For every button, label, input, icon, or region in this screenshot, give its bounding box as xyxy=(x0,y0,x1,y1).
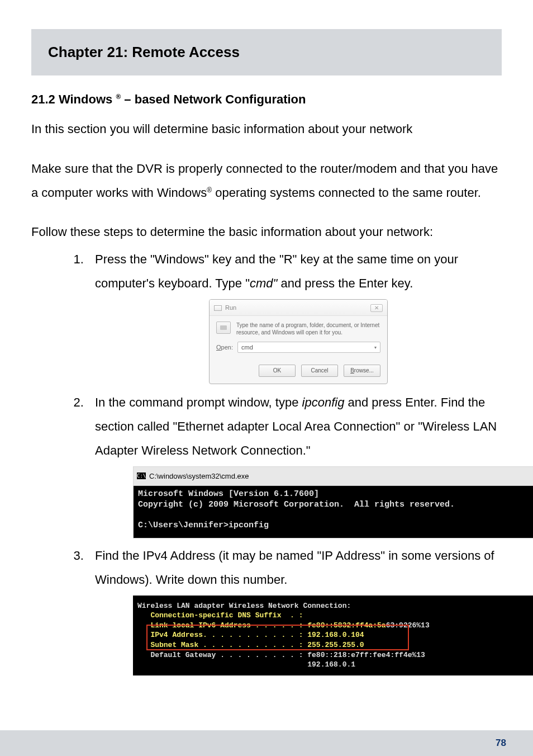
run-dialog-description: Type the name of a program, folder, docu… xyxy=(236,322,380,336)
cmd-title-icon: C:\ xyxy=(137,472,146,479)
run-open-label: Open: xyxy=(216,342,233,353)
browse-rest: rowse... xyxy=(354,365,374,376)
close-button[interactable]: ✕ xyxy=(370,304,383,312)
browse-button[interactable]: Browse... xyxy=(344,365,380,377)
step-3: Find the IPv4 Address (it may be named "… xyxy=(87,544,502,675)
chapter-header: Chapter 21: Remote Access xyxy=(31,29,502,75)
run-dialog-open-row: Open: cmd ▾ xyxy=(216,342,380,353)
cmd-window-figure-1: C:\ C:\windows\system32\cmd.exe Microsof… xyxy=(133,466,533,538)
paragraph-2: Make sure that the DVR is properly conne… xyxy=(31,157,502,205)
registered-mark: ® xyxy=(116,93,121,101)
cmd1-line1: Microsoft Windows [Version 6.1.7600] xyxy=(138,489,319,499)
page-number: 78 xyxy=(496,738,506,749)
run-dialog-titlebar: Run ✕ xyxy=(210,300,387,315)
step-3-text: Find the IPv4 Address (it may be named "… xyxy=(95,549,494,587)
run-dialog-buttons: OK Cancel Browse... xyxy=(210,365,387,384)
follow-intro: Follow these steps to determine the basi… xyxy=(31,220,502,244)
footer-bar: 78 xyxy=(0,730,533,756)
spacer xyxy=(31,208,502,220)
paragraph-2b: operating systems connected to the same … xyxy=(212,186,481,200)
cmd-titlebar: C:\ C:\windows\system32\cmd.exe xyxy=(134,467,533,486)
run-dialog-body: Type the name of a program, folder, docu… xyxy=(210,316,387,365)
section-heading-prefix: 21.2 Windows xyxy=(31,92,116,106)
cmd2-line6: Default Gateway . . . . . . . . . : fe80… xyxy=(137,650,531,660)
section-heading: 21.2 Windows ® – based Network Configura… xyxy=(31,91,502,108)
run-dialog-title: Run xyxy=(225,302,236,314)
cmd2-line1: Wireless LAN adapter Wireless Network Co… xyxy=(137,601,531,611)
chapter-title: Chapter 21: Remote Access xyxy=(48,44,485,61)
run-dialog-desc-row: Type the name of a program, folder, docu… xyxy=(216,322,380,336)
ok-button[interactable]: OK xyxy=(259,365,296,377)
cancel-button[interactable]: Cancel xyxy=(301,365,338,377)
page: Chapter 21: Remote Access 21.2 Windows ®… xyxy=(0,0,533,756)
cmd-title-path: C:\windows\system32\cmd.exe xyxy=(149,469,249,483)
step-2-ipconfig: ipconfig xyxy=(302,395,345,409)
step-1-text: Press the "Windows" key and the "R" key … xyxy=(95,252,458,290)
step-2-a: In the command prompt window, type xyxy=(95,395,302,409)
step-2-text: In the command prompt window, type ipcon… xyxy=(95,395,497,457)
run-open-label-rest: pen: xyxy=(221,344,233,351)
step-1-b: and press the Enter key. xyxy=(277,276,413,290)
cmd-window-figure-2: Wireless LAN adapter Wireless Network Co… xyxy=(133,596,533,675)
step-1-cmd: cmd" xyxy=(250,276,277,290)
cmd2-line7: 192.168.0.1 xyxy=(137,660,531,670)
run-dialog-icon xyxy=(216,322,231,334)
run-open-value: cmd xyxy=(241,342,253,353)
steps-list: Press the "Windows" key and the "R" key … xyxy=(87,248,502,675)
run-icon-inner xyxy=(220,325,227,330)
run-open-label-u: O xyxy=(216,344,221,351)
browse-u: B xyxy=(350,365,354,376)
run-dialog-figure: Run ✕ Type the name of a program, folder… xyxy=(209,299,388,384)
step-2: In the command prompt window, type ipcon… xyxy=(87,391,502,538)
intro-paragraph: In this section you will determine basic… xyxy=(31,117,502,141)
run-open-combobox[interactable]: cmd ▾ xyxy=(237,342,380,353)
section-heading-suffix: – based Network Configuration xyxy=(121,92,306,106)
step-1: Press the "Windows" key and the "R" key … xyxy=(87,248,502,384)
run-dialog-title-icon xyxy=(214,305,222,311)
spacer xyxy=(31,145,502,157)
run-dialog-title-left: Run xyxy=(214,302,236,314)
registered-mark: ® xyxy=(207,186,212,193)
cmd1-line3: C:\Users\Jennifer>ipconfig xyxy=(138,521,269,530)
cmd-body: Microsoft Windows [Version 6.1.7600] Cop… xyxy=(134,486,533,538)
dropdown-caret-icon[interactable]: ▾ xyxy=(374,343,377,352)
cmd1-line2: Copyright (c) 2009 Microsoft Corporation… xyxy=(138,500,455,509)
highlight-box xyxy=(146,625,409,650)
cmd2-line2: Connection-specific DNS Suffix . : xyxy=(137,611,531,621)
